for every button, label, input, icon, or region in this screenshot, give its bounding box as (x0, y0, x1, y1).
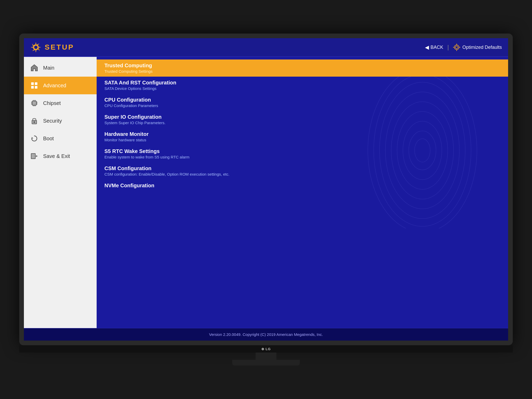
menu-item-sata-rst[interactable]: SATA And RST ConfigurationSATA Device Op… (97, 77, 508, 94)
sidebar-security-label: Security (43, 118, 62, 124)
sidebar-item-security[interactable]: Security (24, 112, 97, 130)
menu-item-title-csm-config: CSM Configuration (104, 165, 500, 171)
menu-item-cpu-config[interactable]: CPU ConfigurationCPU Configuration Param… (97, 94, 508, 111)
back-arrow-icon: ◀ (425, 44, 429, 50)
menu-item-desc-csm-config: CSM configuration: Enable/Disable, Optio… (104, 172, 500, 176)
sidebar: Main Advanced (24, 57, 97, 328)
svg-point-3 (454, 45, 459, 50)
logo-area: SETUP (30, 42, 425, 53)
gear-icon (30, 42, 42, 53)
svg-point-2 (455, 46, 458, 49)
menu-item-s5-rtc[interactable]: S5 RTC Wake SettingsEnable system to wak… (97, 145, 508, 162)
menu-item-csm-config[interactable]: CSM ConfigurationCSM configuration: Enab… (97, 162, 508, 179)
bios-footer: Version 2.20.0049. Copyright (C) 2019 Am… (24, 328, 508, 341)
menu-item-trusted-computing[interactable]: Trusted ComputingTrusted Computing Setti… (97, 59, 508, 77)
main-panel: Trusted ComputingTrusted Computing Setti… (97, 57, 508, 328)
menu-item-title-hw-monitor: Hardware Monitor (104, 131, 500, 137)
menu-item-super-io[interactable]: Super IO ConfigurationSystem Super IO Ch… (97, 111, 508, 128)
svg-rect-12 (32, 101, 36, 105)
menu-item-desc-hw-monitor: Monitor hardware status (104, 138, 500, 142)
bios-title: SETUP (45, 43, 74, 51)
menu-item-title-cpu-config: CPU Configuration (104, 97, 500, 103)
menu-item-desc-s5-rtc: Enable system to wake from S5 using RTC … (104, 155, 500, 159)
menu-item-desc-trusted-computing: Trusted Computing Settings (104, 69, 500, 74)
settings-sidebar-icon (30, 81, 38, 90)
back-label: BACK (430, 45, 443, 50)
sidebar-item-chipset[interactable]: Chipset (24, 94, 97, 112)
stand-base (232, 360, 300, 365)
lg-logo: ⊕ LG (261, 347, 271, 351)
bios-header: SETUP ◀ BACK | (24, 38, 508, 57)
menu-item-hw-monitor[interactable]: Hardware MonitorMonitor hardware status (97, 128, 508, 145)
monitor-stand (232, 353, 300, 365)
stand-neck (256, 353, 276, 360)
settings-icon (453, 44, 460, 51)
menu-item-title-s5-rtc: S5 RTC Wake Settings (104, 148, 500, 154)
svg-rect-8 (31, 82, 34, 85)
sidebar-save-exit-label: Save & Exit (43, 153, 70, 159)
header-divider: | (447, 44, 449, 51)
menu-list: Trusted ComputingTrusted Computing Setti… (97, 57, 508, 328)
menu-item-title-sata-rst: SATA And RST Configuration (104, 80, 500, 86)
refresh-icon (30, 134, 38, 143)
lock-icon (30, 117, 38, 125)
exit-icon (30, 152, 38, 160)
svg-rect-9 (35, 82, 37, 85)
menu-item-desc-cpu-config: CPU Configuration Parameters (104, 103, 500, 108)
sidebar-item-save-exit[interactable]: Save & Exit (24, 147, 97, 165)
svg-marker-27 (32, 137, 33, 138)
menu-item-title-nvme-config: NVMe Configuration (104, 183, 500, 189)
sidebar-item-main[interactable]: Main (24, 59, 97, 77)
optimized-defaults-button[interactable]: Optimized Defaults (453, 44, 502, 51)
content-area: Main Advanced (24, 57, 508, 328)
chip-icon (30, 99, 38, 107)
svg-point-0 (34, 45, 38, 49)
menu-item-desc-super-io: System Super IO Chip Parameters. (104, 121, 500, 125)
sidebar-main-label: Main (43, 65, 54, 71)
menu-item-desc-sata-rst: SATA Device Options Settings (104, 86, 500, 91)
svg-marker-30 (36, 155, 37, 157)
svg-rect-10 (31, 86, 34, 89)
menu-item-title-trusted-computing: Trusted Computing (104, 63, 500, 69)
svg-point-26 (34, 121, 35, 123)
sidebar-chipset-label: Chipset (43, 100, 61, 106)
header-right: ◀ BACK | Optimi (425, 44, 502, 51)
sidebar-advanced-label: Advanced (43, 83, 66, 89)
menu-item-nvme-config[interactable]: NVMe Configuration (97, 179, 508, 192)
sidebar-boot-label: Boot (43, 136, 54, 142)
footer-text: Version 2.20.0049. Copyright (C) 2019 Am… (209, 332, 323, 337)
home-icon (30, 64, 38, 72)
back-button[interactable]: ◀ BACK (425, 44, 443, 50)
optimized-defaults-label: Optimized Defaults (462, 45, 502, 50)
svg-rect-11 (35, 86, 37, 89)
menu-item-title-super-io: Super IO Configuration (104, 114, 500, 120)
svg-rect-28 (31, 154, 35, 159)
sidebar-item-advanced[interactable]: Advanced (24, 77, 97, 94)
sidebar-item-boot[interactable]: Boot (24, 130, 97, 147)
